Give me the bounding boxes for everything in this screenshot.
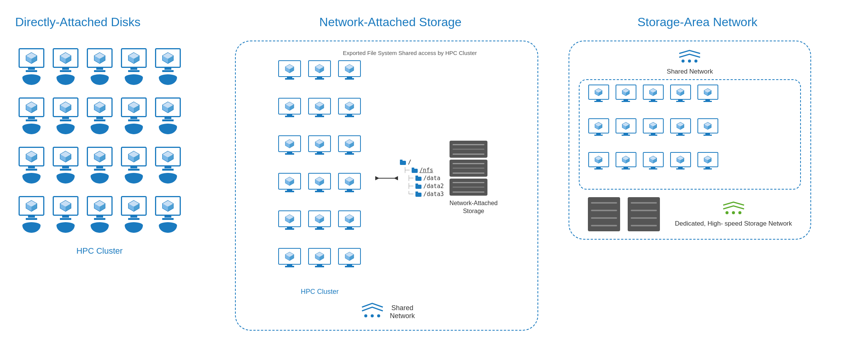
monitor-stand	[26, 70, 37, 72]
cube-icon	[59, 199, 72, 213]
san-cube-icon	[649, 121, 658, 130]
disk-unit	[91, 124, 109, 134]
fs-nfs: ├─ /nfs	[400, 167, 444, 174]
san-computer-unit	[643, 118, 664, 151]
monitor	[121, 48, 147, 68]
san-monitor	[670, 152, 691, 167]
computer-unit	[49, 48, 81, 94]
cube-icon	[127, 100, 141, 114]
nas-monitor	[338, 60, 361, 77]
nas-cube-icon	[344, 251, 355, 262]
monitor-stand	[60, 218, 71, 220]
computer-unit	[49, 147, 81, 192]
svg-rect-231	[400, 161, 406, 165]
monitor	[155, 97, 181, 117]
cube-icon	[93, 51, 107, 65]
nas-cube-icon	[284, 213, 295, 224]
computer-unit	[118, 97, 150, 143]
cube-icon	[25, 199, 38, 213]
cube-icon	[127, 51, 141, 65]
cube-icon	[161, 100, 175, 114]
san-monitor	[697, 118, 718, 133]
san-monitor	[616, 152, 636, 167]
fs-data3: └─ /data3	[400, 191, 444, 198]
nas-computer-unit	[335, 98, 364, 134]
cube-icon	[161, 51, 175, 65]
nas-cube-icon	[344, 63, 355, 74]
san-cube-icon	[621, 155, 630, 164]
san-monitor-stand	[594, 101, 603, 102]
section-nas: Network-Attached Storage Exported File S…	[235, 11, 546, 353]
nas-shared-network-label: SharedNetwork	[390, 304, 415, 320]
monitor	[155, 196, 181, 216]
monitor-stand	[94, 218, 105, 220]
nas-shared-network: SharedNetwork	[358, 301, 415, 322]
monitor-stand	[128, 119, 139, 121]
san-computer-unit	[616, 152, 636, 184]
cube-icon	[93, 100, 107, 114]
san-monitor	[670, 85, 691, 100]
computer-unit	[83, 196, 116, 242]
svg-point-243	[377, 314, 380, 317]
monitor-stand	[162, 119, 174, 121]
san-computer-unit	[588, 85, 609, 117]
monitor-stand	[60, 119, 71, 121]
san-cube-icon	[621, 121, 630, 130]
san-storage-pair	[588, 197, 660, 231]
san-inner-box	[579, 79, 801, 190]
nas-computer-unit	[306, 173, 334, 209]
nas-cube-icon	[344, 101, 355, 111]
san-computer-unit	[697, 85, 718, 117]
nas-computer-unit	[276, 135, 304, 171]
computer-unit	[49, 196, 81, 242]
cube-icon	[93, 199, 107, 213]
san-monitor	[616, 118, 636, 133]
svg-point-339	[738, 211, 741, 214]
storage-unit	[450, 141, 487, 158]
section1-title: Directly-Attached Disks	[15, 15, 141, 29]
computer-unit	[118, 48, 150, 94]
monitor-stand	[94, 119, 105, 121]
nas-cluster-grid: // We'll inline them manually in groups …	[276, 60, 364, 284]
san-cube-icon	[621, 88, 630, 97]
cube-icon	[161, 150, 175, 163]
computer-unit	[152, 48, 184, 94]
monitor	[53, 196, 78, 216]
monitor	[19, 97, 44, 117]
nas-cube-icon	[314, 101, 325, 111]
monitor	[19, 147, 44, 166]
nas-monitor	[338, 248, 361, 265]
disk-unit	[91, 74, 109, 85]
nas-monitor	[278, 60, 301, 77]
section3-title: Storage-Area Network	[638, 15, 758, 29]
computer-unit	[118, 196, 150, 242]
san-monitor	[616, 85, 636, 100]
san-cube-icon	[703, 155, 712, 164]
nas-hpc-label: HPC Cluster	[301, 288, 338, 295]
san-cube-icon	[649, 155, 658, 164]
folder-icon	[412, 168, 418, 173]
san-cube-icon	[676, 155, 685, 164]
svg-rect-240	[415, 191, 418, 193]
san-computer-unit	[616, 118, 636, 151]
san-cube-icon	[676, 121, 685, 130]
monitor-stand	[26, 119, 37, 121]
computer-unit	[152, 196, 184, 242]
monitor-stand	[162, 169, 174, 171]
monitor	[121, 97, 147, 117]
computer-unit	[152, 97, 184, 143]
fs-data2: ├─ /data2	[400, 183, 444, 190]
san-cube-icon	[594, 121, 603, 130]
monitor	[87, 48, 113, 68]
san-cube-icon	[594, 88, 603, 97]
computer-unit	[15, 147, 47, 192]
nas-cube-icon	[284, 101, 295, 111]
svg-point-241	[364, 314, 367, 317]
san-computer-unit	[643, 152, 664, 184]
nas-monitor	[278, 135, 301, 152]
disk-unit	[159, 173, 177, 184]
san-computer-unit	[643, 85, 664, 117]
computer-unit	[15, 196, 47, 242]
svg-rect-235	[415, 177, 421, 181]
disk-unit	[22, 222, 41, 233]
